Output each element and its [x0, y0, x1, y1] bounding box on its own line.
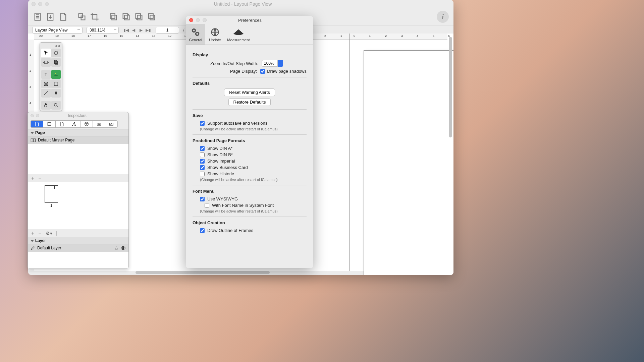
hand-tool[interactable] — [41, 101, 51, 110]
x-shape-tool[interactable] — [41, 79, 51, 88]
tab-cam2-icon[interactable] — [105, 120, 118, 128]
palette-collapse-icon[interactable]: ◀◀ — [41, 43, 61, 48]
zoom-icon[interactable] — [203, 18, 207, 22]
formats-hint: (Change will be active after restart of … — [200, 178, 307, 182]
copy-tool[interactable] — [51, 58, 61, 67]
svg-point-31 — [122, 247, 124, 249]
tab-doc-icon[interactable] — [55, 120, 68, 128]
add-page-button[interactable]: + — [31, 175, 34, 181]
eye-icon[interactable] — [120, 246, 126, 250]
window-controls — [32, 2, 49, 6]
view-mode-dropdown[interactable]: Layout Page View — [32, 27, 83, 34]
tab-text-icon[interactable]: A — [68, 120, 80, 128]
page-section-header[interactable]: Page — [28, 129, 128, 136]
prefs-tabs: General Update Measurement — [186, 24, 313, 45]
tab-measurement[interactable]: Measurement — [225, 24, 252, 45]
outline-checkbox[interactable] — [200, 228, 205, 233]
pointer-tool[interactable] — [41, 49, 51, 57]
prev-page-button[interactable]: ◀ — [130, 27, 137, 33]
tab-page-icon[interactable] — [31, 120, 43, 128]
titlebar: Untitled - Layout Page View — [28, 0, 453, 8]
tab-frame-icon[interactable] — [43, 120, 56, 128]
magnifier-tool[interactable] — [51, 101, 61, 110]
page-sep: / — [183, 28, 184, 33]
svg-point-15 — [55, 73, 56, 74]
zoom-icon[interactable] — [45, 2, 49, 6]
svg-point-23 — [86, 124, 87, 125]
doc-arrow-icon[interactable] — [46, 12, 55, 21]
info-button[interactable]: i — [437, 11, 449, 23]
tab-update[interactable]: Update — [205, 24, 225, 45]
stack3-icon[interactable] — [134, 12, 144, 21]
crop-icon[interactable] — [90, 12, 99, 21]
page-thumbnails: 1 — [28, 182, 128, 229]
layer-section-header[interactable]: Layer — [28, 237, 128, 244]
minimize-icon[interactable] — [196, 18, 200, 22]
rect-tool[interactable] — [51, 79, 61, 88]
first-page-button[interactable]: ▮◀ — [123, 27, 129, 33]
svg-point-27 — [111, 124, 112, 125]
zoom-step-stepper[interactable] — [262, 60, 283, 67]
reset-warnings-button[interactable]: Reset Warning Alerts — [224, 88, 275, 96]
pen-tool[interactable] — [51, 89, 61, 98]
svg-point-33 — [193, 29, 195, 31]
doc-blank-icon[interactable] — [58, 12, 68, 21]
sysfont-checkbox[interactable] — [205, 203, 209, 208]
minimize-icon[interactable] — [38, 2, 42, 6]
master-page-row[interactable]: Default Master Page — [28, 136, 128, 144]
draw-shadows-checkbox[interactable] — [260, 69, 265, 74]
remove-page-button[interactable]: − — [38, 175, 41, 181]
last-page-button[interactable]: ▶▮ — [145, 27, 152, 33]
page-boundary-line — [350, 34, 350, 271]
close-icon[interactable] — [31, 114, 34, 117]
scrollbar-horizontal[interactable] — [136, 270, 303, 275]
master-page-icon — [31, 138, 36, 142]
lock-icon[interactable] — [114, 246, 118, 250]
din-b-checkbox[interactable] — [200, 153, 205, 157]
rotate-tool[interactable] — [51, 49, 61, 57]
tab-general[interactable]: General — [186, 24, 205, 45]
svg-rect-4 — [110, 14, 115, 18]
gear-icon[interactable]: ⚙︎▾ — [46, 231, 52, 236]
page-number-input[interactable] — [156, 27, 179, 34]
transform-tool[interactable] — [41, 58, 51, 67]
autosave-checkbox[interactable] — [200, 121, 205, 126]
svg-rect-7 — [124, 15, 129, 20]
scrollbar-vertical[interactable] — [448, 34, 453, 268]
close-icon[interactable] — [189, 18, 193, 22]
historic-checkbox[interactable] — [200, 172, 205, 176]
zoom-dropdown[interactable]: 383.11% — [87, 27, 119, 34]
svg-rect-12 — [45, 61, 47, 64]
close-icon[interactable] — [32, 2, 36, 6]
inspectors-title: Inspectors — [39, 113, 128, 118]
text-tool[interactable] — [41, 70, 51, 79]
prefs-title: Preferences — [207, 18, 313, 23]
stack1-icon[interactable] — [109, 12, 118, 21]
tab-color-icon[interactable] — [80, 120, 93, 128]
page-thumbnail[interactable] — [45, 185, 58, 203]
stack4-icon[interactable] — [147, 12, 156, 21]
remove-item-button[interactable]: − — [38, 230, 41, 236]
inspectors-panel: Inspectors A Page Default Master Page + … — [28, 112, 129, 269]
image-tool[interactable] — [51, 70, 61, 79]
group-icon[interactable] — [77, 12, 87, 21]
din-a-checkbox[interactable] — [200, 146, 205, 151]
next-page-button[interactable]: ▶ — [138, 27, 144, 33]
svg-point-21 — [86, 123, 87, 124]
page[interactable] — [364, 50, 453, 275]
svg-point-18 — [54, 104, 57, 106]
svg-point-25 — [98, 124, 100, 125]
imperial-checkbox[interactable] — [200, 159, 205, 164]
svg-rect-9 — [137, 15, 142, 20]
new-doc-icon[interactable] — [33, 12, 42, 21]
line-tool[interactable] — [41, 89, 51, 98]
add-item-button[interactable]: + — [31, 230, 34, 236]
stack2-icon[interactable] — [121, 12, 131, 21]
layer-row[interactable]: Default Layer — [28, 244, 128, 252]
business-checkbox[interactable] — [200, 165, 205, 170]
restore-defaults-button[interactable]: Restore Defaults — [228, 98, 271, 106]
save-header: Save — [193, 113, 307, 118]
wysiwyg-checkbox[interactable] — [200, 197, 205, 201]
tab-cam1-icon[interactable] — [93, 120, 105, 128]
minimize-icon[interactable] — [36, 114, 39, 117]
